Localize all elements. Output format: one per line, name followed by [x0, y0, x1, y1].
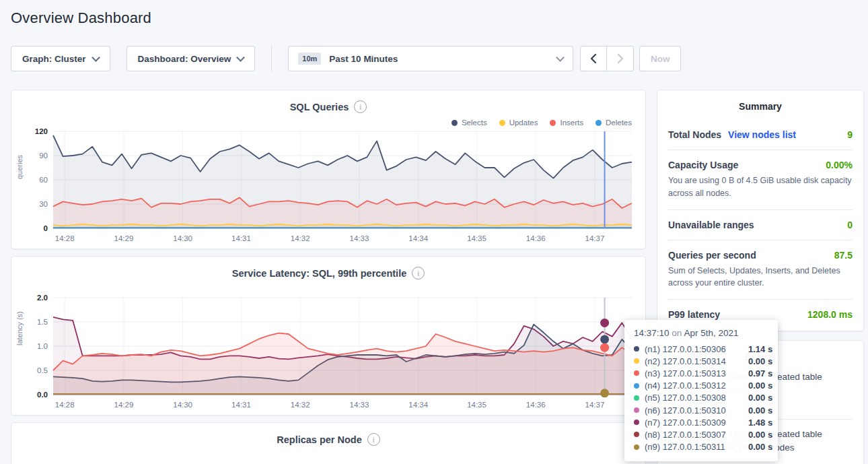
replicas-chart-mount-svg — [15, 458, 640, 464]
svg-text:14:36: 14:36 — [526, 234, 546, 242]
svg-text:14:33: 14:33 — [350, 401, 369, 409]
service-latency-title-row: Service Latency: SQL, 99th percentile — [11, 257, 645, 279]
time-range-badge: 10m — [298, 53, 321, 65]
qps-value: 87.5 — [834, 250, 853, 261]
chevron-down-icon — [236, 53, 245, 62]
replicas-title-row: Replicas per Node — [11, 423, 645, 446]
node-address: (n2) 127.0.0.1:50314 — [645, 356, 743, 366]
graph-dropdown-label: Graph: Cluster — [22, 54, 86, 64]
svg-text:14:37: 14:37 — [585, 401, 605, 409]
chevron-down-icon — [556, 53, 565, 62]
sql-queries-chart[interactable]: 14:2814:2914:3014:3114:3214:3314:3414:35… — [15, 125, 640, 246]
svg-text:14:34: 14:34 — [408, 234, 428, 242]
service-latency-chart[interactable]: 14:2814:2914:3014:3114:3214:3314:3414:35… — [15, 292, 640, 412]
hover-dot-n7 — [600, 319, 609, 327]
svg-text:14:36: 14:36 — [526, 401, 546, 409]
tooltip-row: (n5) 127.0.0.1:503080.00 s — [634, 392, 768, 404]
page-title: Overview Dashboard — [11, 9, 151, 27]
qps-label: Queries per second — [668, 250, 756, 261]
time-range-selector[interactable]: 10m Past 10 Minutes — [288, 46, 573, 71]
node-color-dot — [634, 407, 639, 413]
svg-text:2.0: 2.0 — [37, 294, 48, 302]
svg-text:120: 120 — [35, 127, 48, 135]
node-color-dot — [634, 346, 639, 352]
node-address: (n3) 127.0.0.1:50313 — [645, 368, 743, 378]
node-latency-value: 0.00 s — [748, 356, 772, 366]
svg-text:1.5: 1.5 — [37, 318, 48, 326]
svg-text:14:31: 14:31 — [231, 234, 251, 242]
node-address: (n5) 127.0.0.1:50308 — [645, 393, 743, 403]
svg-text:0: 0 — [44, 224, 48, 232]
node-address: (n7) 127.0.0.1:50309 — [645, 418, 743, 428]
tooltip-row: (n3) 127.0.0.1:503130.97 s — [634, 367, 768, 379]
svg-text:14:29: 14:29 — [114, 234, 134, 242]
svg-text:0.0: 0.0 — [37, 391, 48, 399]
replicas-title: Replicas per Node — [277, 434, 362, 445]
summary-row-capacity: Capacity Usage 0.00% You are using 0 B o… — [668, 150, 853, 210]
node-latency-value: 0.00 s — [748, 430, 772, 440]
replicas-per-node-chart[interactable] — [15, 458, 640, 464]
unavailable-ranges-label: Unavailable ranges — [668, 220, 754, 230]
graph-dropdown[interactable]: Graph: Cluster — [11, 46, 110, 71]
svg-text:14:34: 14:34 — [408, 401, 428, 409]
chart-hover-tooltip: 14:37:10 on Apr 5th, 2021 (n1) 127.0.0.1… — [624, 320, 778, 461]
svg-text:60: 60 — [39, 176, 48, 184]
toolbar: Graph: Cluster Dashboard: Overview 10m P… — [11, 46, 681, 71]
summary-row-unavailable-ranges: Unavailable ranges 0 — [668, 210, 853, 240]
unavailable-ranges-value: 0 — [847, 220, 853, 230]
service-latency-title: Service Latency: SQL, 99th percentile — [232, 268, 407, 279]
chevron-right-icon — [617, 53, 624, 64]
sql-queries-card: SQL Queries SelectsUpdatesInsertsDeletes… — [11, 90, 646, 249]
node-latency-value: 0.97 s — [748, 368, 772, 378]
chevron-left-icon — [590, 53, 597, 64]
node-latency-value: 0.00 s — [748, 393, 772, 403]
node-color-dot — [634, 395, 639, 401]
tooltip-timestamp: 14:37:10 on Apr 5th, 2021 — [634, 328, 768, 338]
node-color-dot — [634, 444, 639, 450]
info-icon[interactable] — [412, 267, 425, 279]
svg-text:14:28: 14:28 — [55, 401, 75, 409]
info-icon[interactable] — [367, 433, 380, 446]
svg-text:14:35: 14:35 — [467, 401, 486, 409]
hover-dot-n3 — [600, 343, 609, 352]
capacity-label: Capacity Usage — [668, 160, 738, 170]
svg-text:14:30: 14:30 — [173, 234, 192, 242]
chevron-down-icon — [92, 53, 100, 62]
dashboard-dropdown-label: Dashboard: Overview — [138, 54, 231, 64]
hover-dot-n9 — [600, 389, 609, 397]
now-button[interactable]: Now — [639, 46, 681, 71]
node-latency-value: 1.14 s — [748, 344, 772, 354]
tooltip-row: (n6) 127.0.0.1:503100.00 s — [634, 404, 768, 416]
capacity-caption: You are using 0 B of 4.5 GiB usable disk… — [668, 174, 853, 200]
tooltip-row: (n9) 127.0.0.1:503110.00 s — [634, 441, 768, 453]
latency-chart-mount-svg: 14:2814:2914:3014:3114:3214:3314:3414:35… — [15, 292, 640, 412]
node-address: (n6) 127.0.0.1:50310 — [645, 405, 743, 416]
svg-text:14:37: 14:37 — [585, 234, 605, 242]
svg-text:14:33: 14:33 — [350, 234, 369, 242]
view-nodes-list-link[interactable]: View nodes list — [728, 129, 796, 140]
svg-text:90: 90 — [39, 152, 48, 160]
p99-label: P99 latency — [668, 309, 720, 320]
time-prev-button[interactable] — [580, 46, 607, 71]
info-icon[interactable] — [354, 100, 367, 113]
sql-chart-mount-svg: 14:2814:2914:3014:3114:3214:3314:3414:35… — [15, 125, 640, 246]
time-step-buttons — [580, 46, 634, 71]
sql-queries-title: SQL Queries — [290, 102, 349, 112]
svg-text:14:30: 14:30 — [173, 401, 192, 409]
svg-text:1.0: 1.0 — [37, 342, 48, 350]
total-nodes-label: Total Nodes — [668, 129, 721, 140]
tooltip-rows: (n1) 127.0.0.1:503061.14 s(n2) 127.0.0.1… — [634, 343, 768, 453]
svg-text:14:28: 14:28 — [55, 234, 75, 242]
node-color-dot — [634, 383, 639, 389]
node-color-dot — [634, 420, 639, 425]
tooltip-row: (n1) 127.0.0.1:503061.14 s — [634, 343, 768, 355]
node-address: (n8) 127.0.0.1:50307 — [645, 430, 743, 440]
dashboard-dropdown[interactable]: Dashboard: Overview — [126, 46, 256, 71]
time-next-button[interactable] — [607, 46, 634, 71]
node-latency-value: 0.00 s — [748, 380, 772, 391]
hover-dot-n1 — [600, 335, 609, 343]
node-latency-value: 1.48 s — [748, 418, 772, 428]
node-color-dot — [634, 432, 639, 437]
service-latency-card: Service Latency: SQL, 99th percentile la… — [11, 256, 646, 416]
tooltip-row: (n8) 127.0.0.1:503070.00 s — [634, 428, 768, 440]
